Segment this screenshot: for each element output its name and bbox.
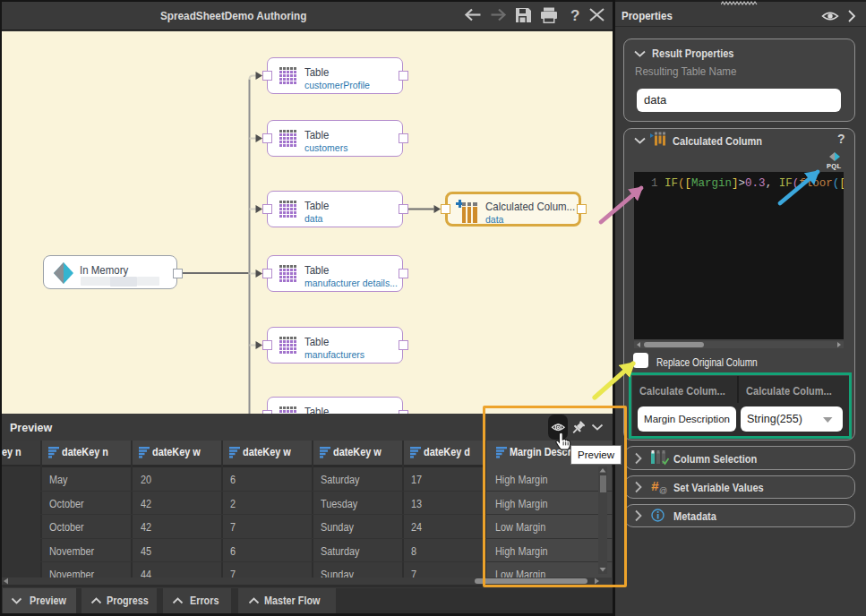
svg-text:?: ?: [570, 7, 579, 24]
